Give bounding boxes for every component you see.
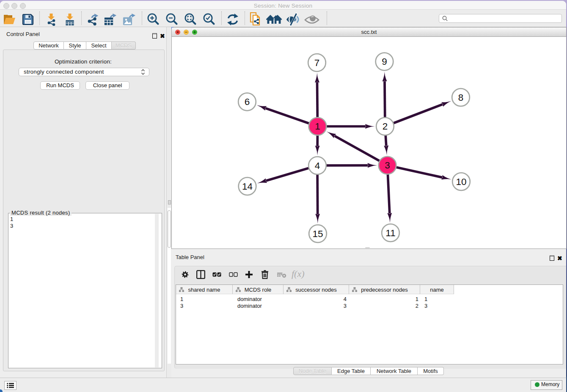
svg-text:1: 1 — [315, 121, 320, 132]
svg-text:11: 11 — [385, 228, 395, 238]
svg-text:3: 3 — [385, 160, 390, 171]
svg-text:6: 6 — [245, 97, 250, 107]
svg-text:15: 15 — [312, 229, 323, 239]
svg-text:4: 4 — [315, 160, 320, 171]
svg-text:7: 7 — [314, 58, 320, 68]
svg-text:10: 10 — [456, 177, 466, 187]
svg-text:2: 2 — [383, 121, 388, 132]
svg-text:8: 8 — [458, 92, 464, 103]
svg-text:14: 14 — [242, 181, 253, 192]
svg-text:9: 9 — [382, 56, 387, 67]
